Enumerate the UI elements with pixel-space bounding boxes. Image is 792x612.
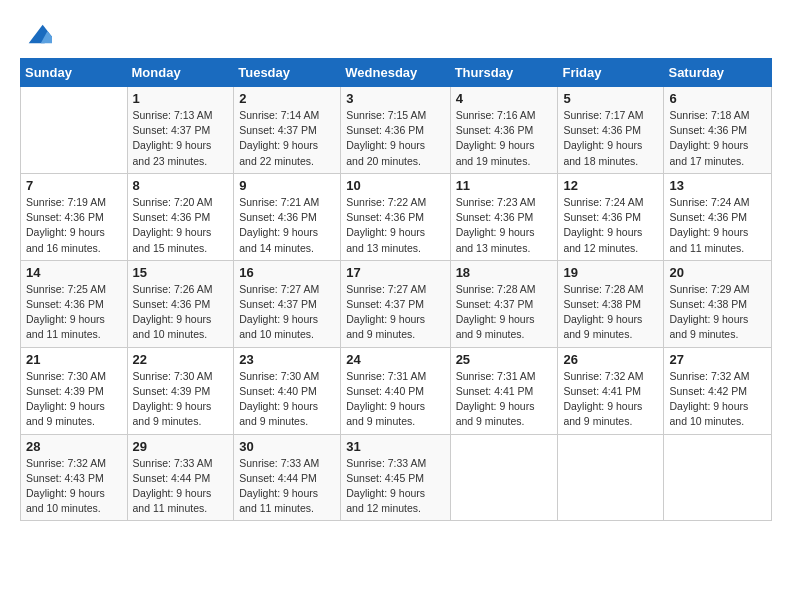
day-number: 3 [346,91,444,106]
header-thursday: Thursday [450,59,558,87]
day-number: 1 [133,91,229,106]
calendar-cell: 7Sunrise: 7:19 AMSunset: 4:36 PMDaylight… [21,173,128,260]
day-info: Sunrise: 7:31 AMSunset: 4:40 PMDaylight:… [346,369,444,430]
day-info: Sunrise: 7:21 AMSunset: 4:36 PMDaylight:… [239,195,335,256]
day-number: 18 [456,265,553,280]
day-number: 19 [563,265,658,280]
page-header [20,20,772,48]
logo [20,20,52,48]
day-info: Sunrise: 7:30 AMSunset: 4:39 PMDaylight:… [133,369,229,430]
header-row: SundayMondayTuesdayWednesdayThursdayFrid… [21,59,772,87]
day-info: Sunrise: 7:14 AMSunset: 4:37 PMDaylight:… [239,108,335,169]
calendar-week-3: 14Sunrise: 7:25 AMSunset: 4:36 PMDayligh… [21,260,772,347]
calendar-cell: 27Sunrise: 7:32 AMSunset: 4:42 PMDayligh… [664,347,772,434]
day-info: Sunrise: 7:32 AMSunset: 4:41 PMDaylight:… [563,369,658,430]
calendar-cell [21,87,128,174]
calendar-cell [558,434,664,521]
day-number: 22 [133,352,229,367]
day-info: Sunrise: 7:13 AMSunset: 4:37 PMDaylight:… [133,108,229,169]
calendar-cell: 22Sunrise: 7:30 AMSunset: 4:39 PMDayligh… [127,347,234,434]
day-number: 13 [669,178,766,193]
day-number: 11 [456,178,553,193]
day-info: Sunrise: 7:24 AMSunset: 4:36 PMDaylight:… [669,195,766,256]
day-info: Sunrise: 7:20 AMSunset: 4:36 PMDaylight:… [133,195,229,256]
calendar-cell: 24Sunrise: 7:31 AMSunset: 4:40 PMDayligh… [341,347,450,434]
calendar-cell: 23Sunrise: 7:30 AMSunset: 4:40 PMDayligh… [234,347,341,434]
calendar-header: SundayMondayTuesdayWednesdayThursdayFrid… [21,59,772,87]
calendar-week-1: 1Sunrise: 7:13 AMSunset: 4:37 PMDaylight… [21,87,772,174]
header-sunday: Sunday [21,59,128,87]
day-number: 12 [563,178,658,193]
day-info: Sunrise: 7:31 AMSunset: 4:41 PMDaylight:… [456,369,553,430]
day-number: 15 [133,265,229,280]
day-info: Sunrise: 7:32 AMSunset: 4:43 PMDaylight:… [26,456,122,517]
calendar-week-5: 28Sunrise: 7:32 AMSunset: 4:43 PMDayligh… [21,434,772,521]
day-number: 6 [669,91,766,106]
calendar-week-2: 7Sunrise: 7:19 AMSunset: 4:36 PMDaylight… [21,173,772,260]
calendar-cell: 28Sunrise: 7:32 AMSunset: 4:43 PMDayligh… [21,434,128,521]
day-info: Sunrise: 7:18 AMSunset: 4:36 PMDaylight:… [669,108,766,169]
day-number: 17 [346,265,444,280]
day-info: Sunrise: 7:27 AMSunset: 4:37 PMDaylight:… [346,282,444,343]
day-number: 23 [239,352,335,367]
calendar-cell: 17Sunrise: 7:27 AMSunset: 4:37 PMDayligh… [341,260,450,347]
calendar-cell: 30Sunrise: 7:33 AMSunset: 4:44 PMDayligh… [234,434,341,521]
calendar-body: 1Sunrise: 7:13 AMSunset: 4:37 PMDaylight… [21,87,772,521]
calendar-cell: 18Sunrise: 7:28 AMSunset: 4:37 PMDayligh… [450,260,558,347]
header-friday: Friday [558,59,664,87]
day-info: Sunrise: 7:28 AMSunset: 4:37 PMDaylight:… [456,282,553,343]
day-number: 9 [239,178,335,193]
calendar-cell: 3Sunrise: 7:15 AMSunset: 4:36 PMDaylight… [341,87,450,174]
day-number: 31 [346,439,444,454]
calendar-cell [450,434,558,521]
calendar-cell: 12Sunrise: 7:24 AMSunset: 4:36 PMDayligh… [558,173,664,260]
calendar-cell: 21Sunrise: 7:30 AMSunset: 4:39 PMDayligh… [21,347,128,434]
day-info: Sunrise: 7:19 AMSunset: 4:36 PMDaylight:… [26,195,122,256]
day-number: 26 [563,352,658,367]
day-info: Sunrise: 7:16 AMSunset: 4:36 PMDaylight:… [456,108,553,169]
calendar-cell: 26Sunrise: 7:32 AMSunset: 4:41 PMDayligh… [558,347,664,434]
day-info: Sunrise: 7:24 AMSunset: 4:36 PMDaylight:… [563,195,658,256]
day-info: Sunrise: 7:17 AMSunset: 4:36 PMDaylight:… [563,108,658,169]
calendar-cell: 11Sunrise: 7:23 AMSunset: 4:36 PMDayligh… [450,173,558,260]
calendar-table: SundayMondayTuesdayWednesdayThursdayFrid… [20,58,772,521]
calendar-cell: 6Sunrise: 7:18 AMSunset: 4:36 PMDaylight… [664,87,772,174]
day-number: 27 [669,352,766,367]
header-saturday: Saturday [664,59,772,87]
calendar-cell: 8Sunrise: 7:20 AMSunset: 4:36 PMDaylight… [127,173,234,260]
day-info: Sunrise: 7:33 AMSunset: 4:44 PMDaylight:… [239,456,335,517]
header-tuesday: Tuesday [234,59,341,87]
day-number: 21 [26,352,122,367]
calendar-cell: 10Sunrise: 7:22 AMSunset: 4:36 PMDayligh… [341,173,450,260]
day-info: Sunrise: 7:30 AMSunset: 4:39 PMDaylight:… [26,369,122,430]
calendar-cell: 16Sunrise: 7:27 AMSunset: 4:37 PMDayligh… [234,260,341,347]
day-info: Sunrise: 7:33 AMSunset: 4:44 PMDaylight:… [133,456,229,517]
calendar-cell: 5Sunrise: 7:17 AMSunset: 4:36 PMDaylight… [558,87,664,174]
day-number: 29 [133,439,229,454]
day-number: 28 [26,439,122,454]
day-info: Sunrise: 7:32 AMSunset: 4:42 PMDaylight:… [669,369,766,430]
calendar-cell: 2Sunrise: 7:14 AMSunset: 4:37 PMDaylight… [234,87,341,174]
calendar-cell: 31Sunrise: 7:33 AMSunset: 4:45 PMDayligh… [341,434,450,521]
day-number: 5 [563,91,658,106]
calendar-cell: 9Sunrise: 7:21 AMSunset: 4:36 PMDaylight… [234,173,341,260]
day-number: 24 [346,352,444,367]
day-number: 30 [239,439,335,454]
calendar-cell: 14Sunrise: 7:25 AMSunset: 4:36 PMDayligh… [21,260,128,347]
day-number: 8 [133,178,229,193]
calendar-cell [664,434,772,521]
calendar-cell: 25Sunrise: 7:31 AMSunset: 4:41 PMDayligh… [450,347,558,434]
calendar-cell: 15Sunrise: 7:26 AMSunset: 4:36 PMDayligh… [127,260,234,347]
day-info: Sunrise: 7:33 AMSunset: 4:45 PMDaylight:… [346,456,444,517]
day-number: 7 [26,178,122,193]
day-number: 4 [456,91,553,106]
calendar-cell: 4Sunrise: 7:16 AMSunset: 4:36 PMDaylight… [450,87,558,174]
day-number: 14 [26,265,122,280]
calendar-cell: 19Sunrise: 7:28 AMSunset: 4:38 PMDayligh… [558,260,664,347]
header-wednesday: Wednesday [341,59,450,87]
header-monday: Monday [127,59,234,87]
day-number: 20 [669,265,766,280]
calendar-cell: 13Sunrise: 7:24 AMSunset: 4:36 PMDayligh… [664,173,772,260]
day-info: Sunrise: 7:22 AMSunset: 4:36 PMDaylight:… [346,195,444,256]
calendar-cell: 29Sunrise: 7:33 AMSunset: 4:44 PMDayligh… [127,434,234,521]
